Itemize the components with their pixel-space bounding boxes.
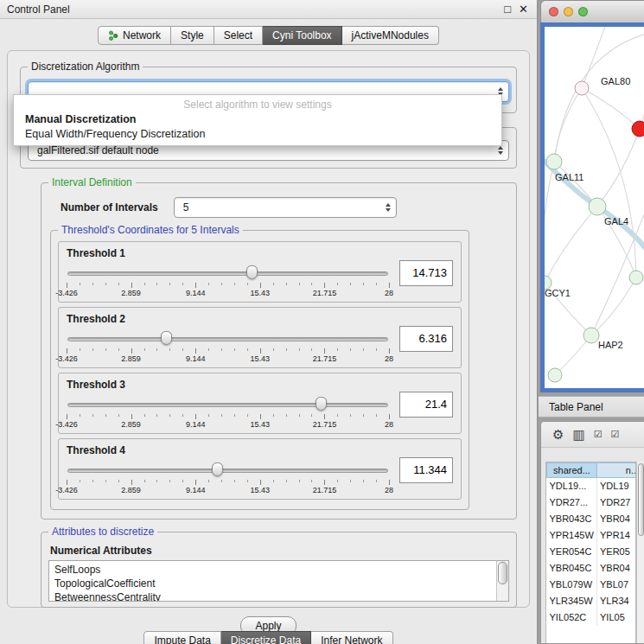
table-row[interactable]: YER054CYER05 — [547, 544, 637, 560]
slider-scale-label: 15.43 — [251, 486, 271, 494]
network-node[interactable] — [583, 328, 599, 343]
threshold-value-input[interactable] — [399, 392, 453, 418]
slider-handle[interactable] — [212, 462, 223, 476]
zoom-traffic-light-icon[interactable] — [578, 7, 588, 16]
table-cell: YIL052C — [547, 609, 597, 626]
attribute-list-item[interactable]: BetweennessCentrality — [54, 590, 493, 602]
slider-scale-label: 9.144 — [186, 486, 206, 494]
slider-scale-label: -3.426 — [55, 289, 78, 297]
table-cell: YER054C — [547, 544, 597, 560]
select-none-checkbox-icon[interactable]: ☑ — [611, 429, 620, 440]
threshold-coordinates-group-title: Threshold's Coordinates for 5 Intervals — [58, 224, 243, 236]
network-node[interactable] — [589, 198, 606, 215]
slider-scale-label: 28 — [385, 486, 393, 494]
network-node[interactable] — [548, 368, 562, 382]
cyni-toolbox-panel: Discretization Algorithm Select algorith… — [7, 50, 530, 608]
tab-discretize-data[interactable]: Discretize Data — [221, 631, 311, 644]
algorithm-dropdown-popup: Select algorithm to view settings Manual… — [13, 94, 502, 146]
table-row[interactable]: YDL19...YDL19 — [547, 478, 637, 494]
select-all-checkbox-icon[interactable]: ☑ — [594, 429, 603, 440]
columns-icon[interactable]: ▥ — [572, 427, 584, 443]
bottom-tab-bar: Impute Data Discretize Data Infer Networ… — [0, 631, 537, 644]
column-header-shared-name[interactable]: shared... — [547, 463, 597, 478]
slider-track[interactable] — [67, 337, 388, 341]
table-scrollbar-thumb[interactable] — [638, 463, 644, 536]
algorithm-popup-prompt: Select algorithm to view settings — [14, 95, 501, 112]
table-row[interactable]: YBR045CYBR04 — [547, 560, 637, 577]
slider-scale-label: 15.43 — [251, 420, 271, 429]
table-row[interactable]: YBR043CYBR04 — [547, 511, 637, 527]
slider-track[interactable] — [67, 271, 388, 276]
table-cell: YBR04 — [597, 511, 637, 527]
column-header-name[interactable]: n... — [597, 463, 637, 478]
slider-scale: -3.4262.8599.14415.4321.71528 — [67, 486, 389, 495]
tab-infer-network[interactable]: Infer Network — [311, 631, 392, 644]
slider-handle[interactable] — [316, 397, 327, 411]
attributes-to-discretize-group: Attributes to discretize Numerical Attri… — [41, 532, 517, 608]
threshold-slider[interactable] — [67, 397, 389, 412]
algorithm-option-manual-discretization[interactable]: Manual Discretization — [14, 112, 501, 127]
threshold-slider[interactable] — [67, 331, 389, 347]
list-scrollbar[interactable] — [496, 561, 508, 601]
table-row[interactable]: YIL052CYIL05 — [547, 609, 637, 626]
control-panel-titlebar: Control Panel □ ✕ — [0, 0, 537, 19]
algorithm-option-equal-width-frequency[interactable]: Equal Width/Frequency Discretization — [14, 127, 501, 142]
slider-scale-label: 2.859 — [121, 354, 141, 363]
network-window-titlebar[interactable] — [540, 0, 644, 22]
tab-cyni-toolbox[interactable]: Cyni Toolbox — [263, 26, 341, 45]
slider-scale-label: 28 — [385, 289, 393, 297]
table-row[interactable]: YPR145WYPR14 — [547, 527, 637, 544]
network-node[interactable] — [546, 154, 562, 169]
window-title: Control Panel — [7, 3, 70, 16]
threshold-value-input[interactable] — [399, 457, 453, 483]
float-window-icon[interactable]: □ — [504, 3, 511, 16]
number-of-intervals-combobox[interactable]: 5 — [174, 197, 397, 218]
table-cell: YBL079W — [547, 577, 597, 593]
threshold-slider[interactable] — [67, 462, 389, 478]
table-cell: YDL19... — [547, 478, 597, 494]
network-node[interactable] — [632, 121, 644, 137]
table-panel-header[interactable]: Table Panel — [539, 396, 644, 418]
desktop: Control Panel □ ✕ Network St — [0, 0, 644, 644]
close-traffic-light-icon[interactable] — [549, 7, 558, 16]
network-node[interactable] — [575, 81, 589, 95]
slider-track[interactable] — [67, 403, 388, 407]
list-scrollbar-thumb[interactable] — [498, 562, 507, 584]
slider-ticks — [67, 480, 389, 485]
tab-style[interactable]: Style — [171, 26, 214, 45]
minimize-traffic-light-icon[interactable] — [564, 7, 573, 16]
network-node-label: HAP2 — [598, 340, 623, 350]
network-node-label: GAL80 — [601, 76, 630, 86]
threshold-slider[interactable] — [67, 265, 389, 281]
numerical-attributes-list[interactable]: SelfLoopsTopologicalCoefficientBetweenne… — [48, 560, 509, 602]
threshold-value-input[interactable] — [399, 260, 453, 286]
attribute-list-item[interactable]: TopologicalCoefficient — [54, 577, 493, 590]
close-window-icon[interactable]: ✕ — [519, 3, 528, 16]
threshold-value-input[interactable] — [399, 326, 453, 352]
tab-impute-data[interactable]: Impute Data — [143, 631, 220, 644]
table-cell: YDR27... — [547, 494, 597, 511]
slider-track[interactable] — [67, 469, 388, 473]
tab-network[interactable]: Network — [98, 26, 171, 45]
table-row[interactable]: YDR27...YDR27 — [547, 494, 637, 511]
threshold-label: Threshold 2 — [67, 313, 389, 325]
tab-jactivemodules[interactable]: jActiveMNodules — [342, 26, 439, 45]
slider-handle[interactable] — [161, 331, 172, 345]
number-of-intervals-row: Number of Intervals 5 — [48, 197, 509, 218]
network-canvas[interactable]: GAL80GAL11GAL4GCY1HAP2 — [540, 22, 644, 392]
attribute-list-item[interactable]: SelfLoops — [54, 563, 493, 577]
gear-icon[interactable]: ⚙ — [552, 427, 564, 443]
table-row[interactable]: YBL079WYBL07 — [547, 577, 637, 593]
table-scrollbar[interactable] — [636, 462, 644, 643]
number-of-intervals-label: Number of Intervals — [61, 201, 158, 214]
network-node[interactable] — [629, 271, 643, 284]
tab-select[interactable]: Select — [214, 26, 263, 45]
threshold-label: Threshold 3 — [67, 379, 389, 391]
table-cell: YER05 — [597, 544, 637, 560]
table-row[interactable]: YLR345WYLR34 — [547, 593, 637, 609]
slider-handle[interactable] — [246, 265, 258, 279]
slider-scale-label: 2.859 — [121, 486, 141, 494]
slider-scale: -3.4262.8599.14415.4321.71528 — [67, 420, 389, 430]
network-node-label: GAL11 — [555, 172, 583, 182]
tab-label: jActiveMNodules — [352, 29, 429, 41]
